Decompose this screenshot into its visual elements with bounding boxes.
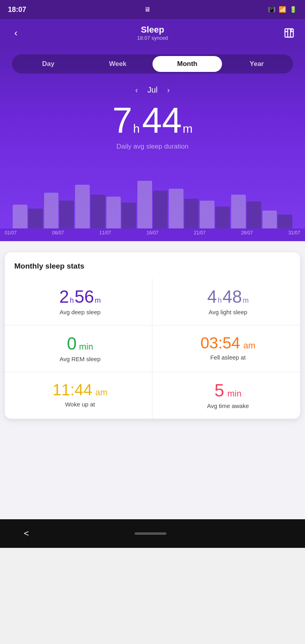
- chart-label-5: 21/07: [194, 230, 206, 236]
- tab-month[interactable]: Month: [152, 56, 222, 72]
- light-sleep-label: Avg light sleep: [162, 309, 294, 315]
- light-sleep-bar: [44, 193, 59, 228]
- stat-avg-deep-sleep: 2 h 56 m Avg deep sleep: [5, 278, 152, 325]
- status-time: 18:07: [8, 6, 26, 14]
- deep-sleep-bar: [184, 199, 199, 228]
- time-awake-unit: min: [228, 389, 241, 399]
- deep-sleep-bar: [215, 207, 230, 228]
- rem-sleep-value-main: 0: [67, 335, 77, 352]
- sync-status: 18:07 synced: [137, 35, 168, 41]
- deep-sleep-bar: [153, 191, 168, 228]
- vibrate-icon: 📳: [268, 6, 276, 13]
- export-button[interactable]: [281, 25, 297, 41]
- deep-sleep-h-unit: h: [70, 296, 74, 305]
- fell-asleep-value: 03:54 am: [162, 335, 294, 351]
- wifi-icon: 📶: [279, 6, 286, 13]
- light-sleep-bar: [106, 197, 121, 228]
- rem-sleep-unit: min: [79, 342, 93, 352]
- stat-avg-time-awake: 5 min Avg time awake: [152, 372, 300, 419]
- fell-asleep-time: 03:54: [201, 335, 240, 351]
- light-sleep-bar: [200, 201, 214, 228]
- woke-up-ampm: am: [95, 387, 108, 398]
- light-sleep-h-unit: h: [218, 296, 222, 305]
- deep-sleep-bar: [122, 203, 136, 228]
- rem-sleep-value: 0 min: [14, 335, 146, 352]
- light-sleep-m-unit: m: [243, 296, 249, 305]
- current-month-label: Jul: [147, 85, 158, 95]
- woke-up-time: 11:44: [52, 382, 92, 398]
- hours-unit: h: [133, 122, 140, 135]
- battery-icon: 🔋: [290, 6, 297, 13]
- rem-sleep-label: Avg REM sleep: [14, 356, 146, 362]
- tab-day[interactable]: Day: [14, 56, 83, 72]
- time-awake-num: 5: [214, 382, 224, 399]
- light-sleep-value: 4 h 48 m: [162, 288, 294, 306]
- bar-group: [106, 197, 137, 228]
- stat-avg-light-sleep: 4 h 48 m Avg light sleep: [152, 278, 300, 325]
- stat-avg-rem-sleep: 0 min Avg REM sleep: [5, 325, 152, 372]
- time-awake-label: Avg time awake: [162, 402, 294, 409]
- light-sleep-hours: 4: [207, 288, 217, 306]
- deep-sleep-bar: [59, 201, 74, 228]
- light-sleep-bar: [169, 189, 183, 228]
- month-navigation: ‹ Jul ›: [8, 85, 297, 95]
- bar-group: [44, 193, 74, 228]
- chart-label-6: 26/07: [241, 230, 253, 236]
- app-header: ‹ Sleep 18:07 synced: [0, 19, 305, 46]
- monthly-stats-card: Monthly sleep stats 2 h 56 m Avg deep sl…: [5, 252, 300, 419]
- deep-sleep-label: Avg deep sleep: [14, 309, 146, 315]
- light-sleep-bar: [231, 195, 246, 228]
- system-back-button[interactable]: <: [24, 528, 29, 539]
- bar-group: [263, 211, 293, 228]
- deep-sleep-hours: 2: [59, 288, 69, 306]
- deep-sleep-m-unit: m: [95, 296, 101, 305]
- page-title: Sleep: [137, 25, 168, 35]
- sleep-chart: [10, 157, 295, 228]
- back-button[interactable]: ‹: [8, 25, 24, 41]
- stats-card-title: Monthly sleep stats: [5, 262, 300, 278]
- deep-sleep-mins: 56: [75, 288, 94, 306]
- bar-group: [75, 185, 105, 228]
- fell-asleep-label: Fell asleep at: [162, 354, 294, 361]
- woke-up-label: Woke up at: [14, 401, 146, 408]
- home-indicator[interactable]: [135, 532, 166, 535]
- sleep-duration-display: 7 h 44 m: [8, 102, 297, 139]
- fell-asleep-ampm: am: [243, 340, 256, 351]
- light-sleep-bar: [137, 181, 152, 228]
- chart-label-2: 06/07: [52, 230, 64, 236]
- status-icons: 📳 📶 🔋: [268, 6, 297, 13]
- light-sleep-bar: [263, 211, 277, 228]
- stats-grid: 2 h 56 m Avg deep sleep 4 h 48 m Avg lig…: [5, 278, 300, 419]
- deep-sleep-bar: [28, 209, 43, 228]
- light-sleep-mins: 48: [222, 288, 242, 306]
- bar-group: [137, 181, 168, 228]
- deep-sleep-bar: [278, 215, 292, 228]
- chart-label-7: 31/07: [288, 230, 300, 236]
- stat-woke-up: 11:44 am Woke up at: [5, 372, 152, 419]
- time-awake-value: 5 min: [162, 382, 294, 399]
- light-sleep-bar: [75, 185, 90, 228]
- bottom-navigation-bar: <: [0, 519, 305, 548]
- sleep-duration-label: Daily avg sleep duration: [8, 143, 297, 151]
- woke-up-value: 11:44 am: [14, 382, 146, 398]
- sleep-hours: 7: [112, 102, 132, 138]
- bar-group: [200, 201, 230, 228]
- deep-sleep-bar: [247, 201, 261, 228]
- screen-icon: 🖥: [144, 6, 151, 13]
- next-month-button[interactable]: ›: [167, 85, 170, 95]
- bar-group: [231, 195, 261, 228]
- bar-group: [169, 189, 199, 228]
- tab-year[interactable]: Year: [222, 56, 291, 72]
- status-bar: 18:07 🖥 📳 📶 🔋: [0, 0, 305, 19]
- stat-fell-asleep: 03:54 am Fell asleep at: [152, 325, 300, 372]
- light-sleep-bar: [13, 205, 27, 228]
- chart-label-1: 01/07: [5, 230, 17, 236]
- deep-sleep-value: 2 h 56 m: [14, 288, 146, 306]
- period-tabs: Day Week Month Year: [12, 54, 293, 73]
- minutes-unit: m: [183, 122, 193, 135]
- main-content: Day Week Month Year ‹ Jul › 7 h 44 m Dai…: [0, 46, 305, 228]
- prev-month-button[interactable]: ‹: [135, 85, 138, 95]
- deep-sleep-bar: [91, 195, 105, 228]
- tab-week[interactable]: Week: [83, 56, 152, 72]
- sleep-minutes: 44: [142, 102, 182, 138]
